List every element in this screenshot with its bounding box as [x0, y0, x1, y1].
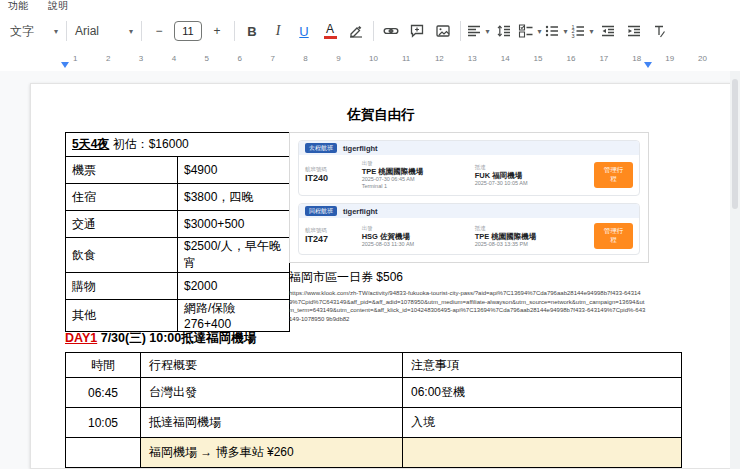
budget-amount-cell: $4900: [178, 157, 290, 184]
vertical-scrollbar[interactable]: [730, 71, 740, 469]
chevron-down-icon: ▾: [537, 27, 541, 36]
svg-text:3: 3: [572, 33, 575, 39]
klook-url[interactable]: https://www.klook.com/zh-TW/activity/948…: [289, 289, 647, 323]
flight-direction-tag: 去程航班: [305, 143, 337, 153]
increase-indent-button[interactable]: [621, 18, 647, 44]
ruler-number: 7: [270, 54, 274, 63]
chevron-down-icon: ▾: [54, 27, 58, 36]
toolbar: 文字▾ Arial▾ − 11 + B I U A ▾: [0, 13, 740, 49]
ruler-number: 6: [238, 54, 242, 63]
ruler-number: 9: [336, 54, 340, 63]
font-family-value: Arial: [75, 24, 99, 38]
chevron-down-icon: ▾: [485, 27, 489, 36]
document-page[interactable]: 佐賀自由行 5天4夜 初估：$16000 機票$4900住宿$3800，四晚交通…: [30, 83, 732, 469]
add-comment-button[interactable]: [404, 18, 430, 44]
budget-row: 其他網路/保險 276+400: [66, 300, 290, 332]
budget-category-cell: 交通: [66, 211, 178, 238]
budget-category-cell: 住宿: [66, 184, 178, 211]
toolbar-divider: [141, 21, 142, 41]
itinerary-plan-cell: 福岡機場 → 博多車站 ¥260: [141, 438, 403, 468]
itinerary-header-cell: 注意事項: [403, 353, 682, 378]
arrival-label: 抵達: [475, 225, 574, 232]
insert-image-button[interactable]: [430, 18, 456, 44]
document-title: 佐賀自由行: [31, 106, 731, 124]
toolbar-divider: [66, 21, 67, 41]
increase-font-size-button[interactable]: +: [204, 18, 230, 44]
budget-category-cell: 飲食: [66, 238, 178, 273]
ruler-number: 16: [567, 54, 576, 63]
flight-number-label: 航班號碼: [305, 227, 352, 234]
menu-item-extensions[interactable]: 功能: [8, 0, 28, 11]
budget-header-cell: 5天4夜 初估：$16000: [66, 133, 290, 157]
budget-header-row: 5天4夜 初估：$16000: [66, 133, 290, 157]
italic-button[interactable]: I: [265, 18, 291, 44]
toolbar-divider: [373, 21, 374, 41]
ruler-number: 4: [172, 54, 176, 63]
paragraph-style-selector[interactable]: 文字▾: [6, 18, 62, 44]
bulleted-list-icon: [544, 23, 560, 39]
budget-table[interactable]: 5天4夜 初估：$16000 機票$4900住宿$3800，四晚交通$3000+…: [65, 132, 290, 332]
ruler[interactable]: 1234567891011121314151617181920: [0, 49, 740, 71]
chevron-down-icon: ▾: [129, 27, 133, 36]
bold-button[interactable]: B: [239, 18, 265, 44]
ruler-number: 18: [632, 54, 641, 63]
decrease-font-size-button[interactable]: −: [146, 18, 172, 44]
itinerary-time-cell: [66, 438, 141, 468]
left-margin-marker[interactable]: [61, 62, 69, 68]
airline-brand: tigerflight: [343, 144, 378, 153]
checklist-icon: [518, 23, 534, 39]
text-color-bar: [324, 36, 337, 39]
itinerary-header-row: 時間行程概要注意事項: [66, 353, 682, 378]
day1-label: DAY1: [65, 331, 97, 345]
right-margin-marker[interactable]: [644, 62, 652, 68]
align-button[interactable]: ▾: [465, 18, 491, 44]
departure-time: 2025-08-03 11:30 AM: [362, 241, 465, 248]
budget-amount-cell: $2000: [178, 273, 290, 300]
manage-trip-button[interactable]: 管理行程: [594, 162, 633, 188]
font-family-selector[interactable]: Arial▾: [71, 18, 137, 44]
budget-category-cell: 購物: [66, 273, 178, 300]
underline-button[interactable]: U: [291, 18, 317, 44]
arrival-label: 抵達: [475, 164, 574, 171]
budget-row: 住宿$3800，四晚: [66, 184, 290, 211]
ruler-number: 12: [435, 54, 444, 63]
menu-item-help[interactable]: 說明: [48, 0, 68, 11]
arrival-time: 2025-08-03 13:35 PM: [475, 241, 574, 248]
scrollbar-thumb[interactable]: [732, 79, 738, 209]
ruler-number: 8: [303, 54, 307, 63]
insert-link-button[interactable]: [378, 18, 404, 44]
bulleted-list-button[interactable]: ▾: [543, 18, 569, 44]
clear-formatting-button[interactable]: [647, 18, 673, 44]
itinerary-table[interactable]: 時間行程概要注意事項 06:45台灣出發06:00登機10:05抵達福岡機場入境…: [65, 352, 682, 468]
toolbar-divider: [460, 21, 461, 41]
budget-category-cell: 其他: [66, 300, 178, 332]
numbered-list-button[interactable]: 123▾: [569, 18, 595, 44]
line-spacing-button[interactable]: [491, 18, 517, 44]
comment-icon: [409, 23, 425, 39]
flight-booking-image[interactable]: 去程航班tigerflight航班號碼IT240出發TPE 桃園國際機場2025…: [289, 132, 649, 263]
chevron-down-icon: ▾: [589, 27, 593, 36]
font-size-input[interactable]: 11: [174, 21, 202, 41]
decrease-indent-button[interactable]: [595, 18, 621, 44]
text-color-button[interactable]: A: [317, 18, 343, 44]
trip-estimate: 初估：$16000: [109, 137, 188, 151]
ruler-number: 2: [106, 54, 110, 63]
menu-bar: 功能 說明: [0, 0, 740, 13]
flight-card: 去程航班tigerflight航班號碼IT240出發TPE 桃園國際機場2025…: [298, 140, 640, 196]
ruler-number: 5: [205, 54, 209, 63]
itinerary-row: 福岡機場 → 博多車站 ¥260: [66, 438, 682, 468]
checklist-button[interactable]: ▾: [517, 18, 543, 44]
document-canvas: 佐賀自由行 5天4夜 初估：$16000 機票$4900住宿$3800，四晚交通…: [0, 71, 740, 469]
budget-category-cell: 機票: [66, 157, 178, 184]
paragraph-style-value: 文字: [10, 23, 34, 40]
manage-trip-button[interactable]: 管理行程: [594, 223, 633, 249]
flight-card: 回程航班tigerflight航班號碼IT247出發HSG 佐賀機場2025-0…: [298, 203, 640, 255]
ruler-number: 11: [402, 54, 410, 63]
ruler-number: 3: [139, 54, 143, 63]
numbered-list-icon: 123: [570, 23, 586, 39]
flight-card-body: 航班號碼IT247出發HSG 佐賀機場2025-08-03 11:30 AM抵達…: [299, 218, 639, 254]
itinerary-time-cell: 06:45: [66, 378, 141, 408]
right-column: 去程航班tigerflight航班號碼IT240出發TPE 桃園國際機場2025…: [289, 132, 649, 323]
flight-direction-tag: 回程航班: [305, 206, 337, 216]
highlight-color-button[interactable]: [343, 18, 369, 44]
